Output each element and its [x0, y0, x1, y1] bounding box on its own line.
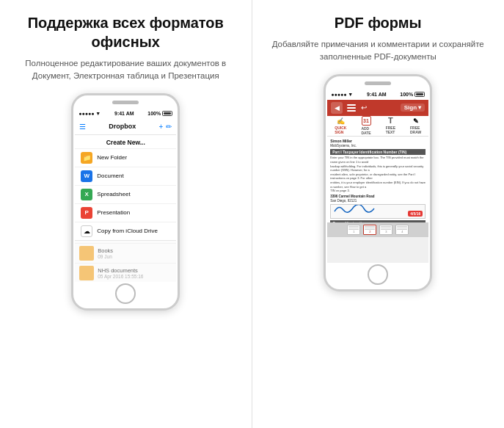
- thumb-line: [381, 226, 391, 227]
- status-signal-right: ●●●●● ▼: [331, 92, 353, 97]
- pdf-sign-button[interactable]: Sign ▾: [401, 104, 426, 112]
- spreadsheet-icon: X: [81, 189, 92, 200]
- pdf-city: San Diego, 92121: [330, 199, 426, 203]
- free-draw-action[interactable]: ✎ FREEDRAW: [410, 117, 421, 134]
- pdf-page-indicator: 4/5/16: [408, 211, 423, 217]
- right-subtitle: Добавляйте примечания и комментарии и со…: [263, 38, 494, 64]
- text-T-icon: T: [388, 117, 393, 125]
- thumb-line: [365, 228, 375, 228]
- pdf-section-ein: Part I Taxpayer Identification Number (T…: [330, 149, 426, 156]
- status-right-left: 100%: [147, 111, 172, 116]
- icloud-icon: ☁: [81, 225, 92, 237]
- thumb-line: [348, 228, 359, 228]
- file-name-books: Books: [98, 247, 172, 254]
- right-phone: ●●●●● ▼ 9:41 AM 100% ◀ ↩ Sign ▾: [324, 74, 432, 291]
- new-folder-label: New Folder: [97, 154, 127, 161]
- left-phone-screen: ●●●●● ▼ 9:41 AM 100% ☰ Dropbox + ✏ Creat…: [75, 109, 176, 282]
- battery-icon-left: [162, 111, 172, 116]
- right-panel: PDF формы Добавляйте примечания и коммен…: [252, 0, 505, 428]
- create-new-menu: Create New... 📁 New Folder W Document X …: [75, 135, 176, 241]
- left-title: Поддержка всех форматов офисных: [10, 13, 241, 51]
- pdf-undo-icon[interactable]: ↩: [361, 104, 367, 112]
- free-draw-label: FREEDRAW: [410, 126, 421, 134]
- pdf-list-icon[interactable]: [347, 104, 356, 112]
- add-date-label: ADDDATE: [361, 126, 370, 135]
- folder-icon: 📁: [81, 152, 92, 164]
- presentation-label: Presentation: [97, 209, 130, 216]
- thumb-line: [397, 226, 407, 227]
- menu-item-presentation[interactable]: P Presentation: [75, 203, 176, 222]
- status-bar-left: ●●●●● ▼ 9:41 AM 100%: [75, 109, 176, 119]
- right-title: PDF формы: [335, 13, 422, 32]
- pdf-thumb-3[interactable]: 3: [379, 225, 392, 235]
- menu-item-spreadsheet[interactable]: X Spreadsheet: [75, 185, 176, 203]
- file-date-books: 09 Jun: [98, 254, 172, 259]
- pdf-document-area: Simon Miller MobSystems, Inc. Part I Tax…: [327, 137, 428, 238]
- menu-icon[interactable]: ☰: [79, 123, 86, 131]
- pdf-company: MobSystems, Inc.: [330, 144, 426, 148]
- pdf-phone-screen: ●●●●● ▼ 9:41 AM 100% ◀ ↩ Sign ▾: [327, 90, 428, 263]
- quick-sign-icon: ✍: [337, 117, 345, 125]
- dropbox-title: Dropbox: [109, 123, 136, 130]
- status-time-center-left: 9:41 AM: [114, 111, 134, 116]
- calendar-icon: 31: [362, 116, 371, 126]
- plus-icon[interactable]: +: [158, 123, 163, 131]
- thumb-num-4: 4: [397, 230, 407, 233]
- thumb-line: [381, 228, 391, 228]
- pdf-thumb-1[interactable]: 1: [347, 225, 360, 235]
- menu-item-folder[interactable]: 📁 New Folder: [75, 148, 176, 167]
- pdf-tin-text: Enter your TIN in the appropriate box. T…: [330, 156, 426, 192]
- pdf-page-thumbnails: 1 2 3: [327, 222, 428, 237]
- pdf-toolbar: ◀ ↩ Sign ▾: [327, 100, 428, 116]
- battery-text-left: 100%: [147, 111, 161, 116]
- battery-pct-right: 100%: [400, 92, 413, 97]
- pdf-address-area: 3396 Carmel Mountain Road San Diego, 921…: [330, 195, 426, 203]
- free-text-action[interactable]: T FREETEXT: [386, 117, 395, 134]
- thumb-line: [381, 229, 391, 230]
- menu-item-icloud[interactable]: ☁ Copy from iCloud Drive: [75, 222, 176, 240]
- file-info-books: Books 09 Jun: [98, 247, 172, 259]
- menu-item-document[interactable]: W Document: [75, 167, 176, 185]
- status-bar-right: ●●●●● ▼ 9:41 AM 100%: [327, 90, 428, 100]
- file-item-books[interactable]: Books 09 Jun: [75, 244, 176, 264]
- spreadsheet-label: Spreadsheet: [97, 191, 130, 197]
- battery-icon-right: [414, 92, 425, 97]
- document-label: Document: [97, 173, 123, 179]
- status-time-right: 9:41 AM: [367, 92, 387, 97]
- sign-label: Sign ▾: [404, 104, 422, 111]
- left-panel: Поддержка всех форматов офисных Полноцен…: [0, 0, 252, 428]
- thumb-num-1: 1: [348, 230, 359, 233]
- create-menu-header: Create New...: [75, 135, 176, 148]
- status-time-left: ●●●●● ▼: [78, 111, 101, 116]
- pdf-signature-area: 4/5/16: [330, 204, 426, 219]
- status-right-right: 100%: [400, 92, 425, 97]
- thumb-line: [397, 229, 407, 230]
- quick-sign-action[interactable]: ✍ QUICKSIGN: [335, 117, 346, 134]
- pdf-address: 3396 Carmel Mountain Road San Diego, 921…: [330, 195, 426, 203]
- thumb-line: [348, 229, 359, 230]
- thumb-line: [348, 226, 359, 227]
- file-item-nhs[interactable]: NHS documents 05 Apr 2016 15:55:16: [75, 264, 176, 282]
- edit-icon[interactable]: ✏: [166, 123, 172, 131]
- thumb-line: [397, 228, 407, 228]
- add-date-action[interactable]: 31 ADDDATE: [361, 116, 370, 135]
- free-text-label: FREETEXT: [386, 126, 395, 134]
- quick-sign-label: QUICKSIGN: [335, 126, 346, 134]
- thumb-line: [365, 226, 375, 227]
- header-icons: + ✏: [158, 123, 172, 131]
- pdf-thumb-4[interactable]: 4: [395, 225, 409, 235]
- thumb-line: [365, 229, 375, 230]
- dropbox-header: ☰ Dropbox + ✏: [75, 119, 176, 135]
- thumb-num-2: 2: [365, 230, 375, 233]
- pdf-name-field: Simon Miller: [330, 139, 426, 144]
- pdf-thumb-2[interactable]: 2: [363, 225, 376, 235]
- pdf-toolbar-left: ◀ ↩: [331, 102, 367, 114]
- pdf-signature: [333, 204, 377, 217]
- pdf-back-button[interactable]: ◀: [331, 102, 343, 114]
- document-icon: W: [81, 170, 92, 182]
- file-info-nhs: NHS documents 05 Apr 2016 15:55:16: [98, 267, 172, 279]
- presentation-icon: P: [81, 207, 92, 219]
- file-date-nhs: 05 Apr 2016 15:55:16: [98, 274, 172, 279]
- folder-icon-books: [79, 246, 94, 261]
- left-subtitle: Полноценное редактирование ваших докумен…: [10, 57, 241, 83]
